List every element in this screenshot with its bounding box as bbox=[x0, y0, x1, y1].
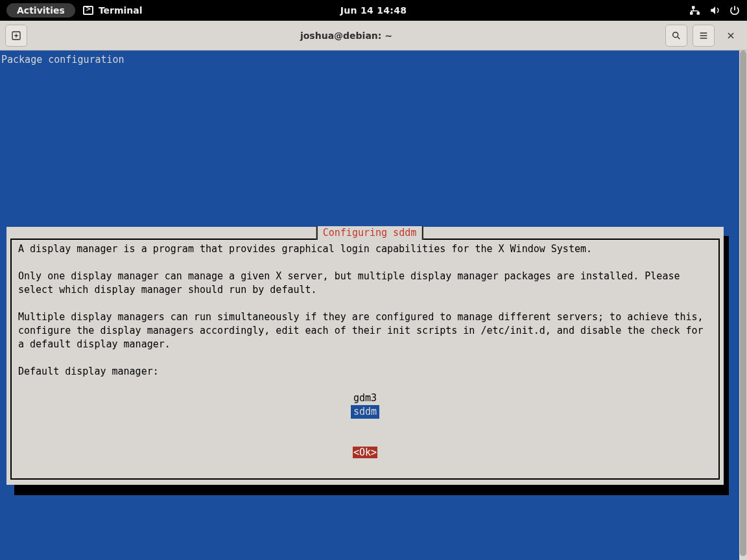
svg-point-8 bbox=[673, 32, 678, 37]
ok-button[interactable]: <Ok> bbox=[353, 447, 377, 458]
svg-rect-6 bbox=[698, 11, 699, 12]
clock[interactable]: Jun 14 14:48 bbox=[340, 5, 407, 16]
search-button[interactable] bbox=[665, 25, 687, 47]
scrollbar-thumb[interactable] bbox=[740, 51, 746, 556]
system-tray[interactable] bbox=[690, 5, 741, 16]
current-app-name: Terminal bbox=[99, 5, 143, 16]
terminal-viewport[interactable]: Package configuration Configuring sddm A… bbox=[0, 51, 739, 560]
close-window-button[interactable] bbox=[720, 25, 742, 47]
svg-rect-5 bbox=[691, 11, 693, 12]
svg-rect-0 bbox=[692, 6, 695, 9]
dialog-option-sddm[interactable]: sddm bbox=[351, 405, 379, 419]
svg-rect-4 bbox=[691, 10, 698, 12]
dialog-option-gdm3[interactable]: gdm3 bbox=[351, 391, 379, 405]
gnome-top-bar: Activities Terminal Jun 14 14:48 bbox=[0, 0, 747, 21]
terminal-header-bar: joshua@debian: ~ bbox=[0, 21, 747, 51]
terminal-icon bbox=[83, 6, 93, 15]
dialog-prompt: Default display manager: bbox=[18, 365, 712, 379]
current-app-indicator[interactable]: Terminal bbox=[83, 5, 143, 16]
package-configuration-header: Package configuration bbox=[1, 53, 124, 67]
dialog-title-frame: Configuring sddm bbox=[316, 226, 423, 240]
window-title: joshua@debian: ~ bbox=[32, 30, 660, 41]
hamburger-menu-button[interactable] bbox=[693, 25, 715, 47]
new-tab-button[interactable] bbox=[5, 25, 27, 47]
dialog-title: Configuring sddm bbox=[319, 226, 421, 240]
dialog-paragraph: Multiple display managers can run simult… bbox=[18, 310, 712, 351]
terminal-scrollbar[interactable] bbox=[739, 51, 747, 560]
volume-icon[interactable] bbox=[709, 5, 721, 16]
network-icon[interactable] bbox=[690, 5, 702, 16]
debconf-dialog: A display manager is a program that prov… bbox=[10, 239, 720, 480]
dialog-paragraph: A display manager is a program that prov… bbox=[18, 242, 712, 256]
dialog-option-list: gdm3 sddm bbox=[18, 391, 712, 419]
dialog-paragraph: Only one display manager can manage a gi… bbox=[18, 270, 712, 297]
power-icon[interactable] bbox=[729, 5, 741, 16]
activities-button[interactable]: Activities bbox=[6, 3, 75, 18]
